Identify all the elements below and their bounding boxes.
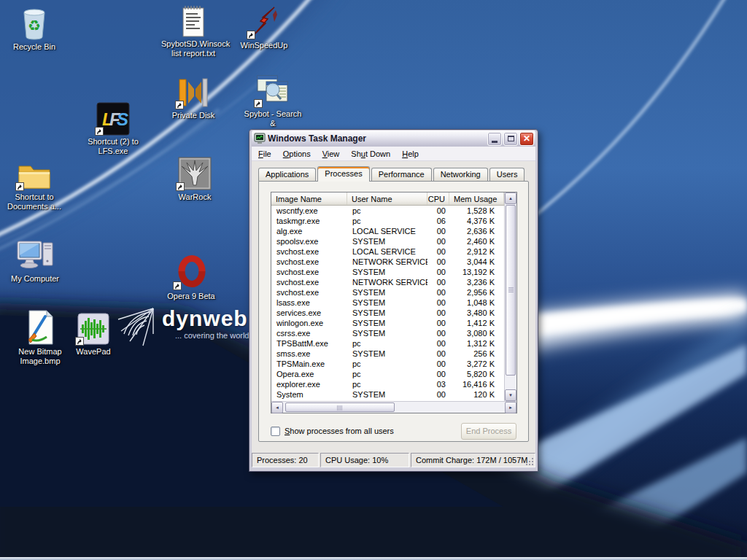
taskbar-edge[interactable] [0,557,747,560]
cell-user: SYSTEM [347,298,427,307]
shortcut-arrow-icon [95,127,104,136]
scroll-left-icon[interactable]: ◄ [271,402,283,413]
minimize-button[interactable] [487,132,502,146]
maximize-button[interactable] [503,132,518,146]
lightning-icon [248,4,280,39]
process-row[interactable]: TPSMain.exepc003,272 K [271,359,504,369]
status-cpu-usage: CPU Usage: 10% [320,453,409,467]
column-header-cpu[interactable]: CPU [427,192,449,205]
process-row[interactable]: svchost.exeSYSTEM0013,192 K [271,267,504,277]
menu-item-file[interactable]: File [252,147,277,160]
process-row[interactable]: svchost.exeLOCAL SERVICE002,912 K [271,246,504,257]
desktop-icon-opera[interactable]: Opera 9 Beta [159,255,223,301]
brand-tagline: ... covering the world [175,331,249,340]
column-header-image-name[interactable]: Image Name [271,192,347,205]
cell-mem: 2,460 K [449,237,504,246]
shortcut-arrow-icon [173,281,182,290]
maximize-icon [508,136,514,141]
column-header-user-name[interactable]: User Name [347,192,427,205]
tab-networking[interactable]: Networking [433,168,488,181]
process-row[interactable]: taskmgr.exepc064,376 K [271,216,504,226]
cell-mem: 5,820 K [449,370,504,378]
opera-o-icon [174,255,208,290]
cell-image: csrss.exe [271,329,347,338]
process-row[interactable]: wscntfy.exepc001,528 K [271,206,504,216]
process-row[interactable]: services.exeSYSTEM003,480 K [271,308,504,318]
horizontal-scroll-track[interactable] [395,402,505,413]
vertical-scroll-track[interactable] [505,376,516,389]
resize-grip[interactable] [525,456,534,466]
process-row[interactable]: TPSBattM.exepc001,312 K [271,338,504,349]
desktop-icon-lfs-shortcut[interactable]: L F S Shortcut (2) to LFS.exe [81,101,145,156]
shortcut-arrow-icon [15,182,24,191]
desktop-icon-private-disk[interactable]: Private Disk [161,74,225,120]
process-row[interactable]: alg.exeLOCAL SERVICE002,636 K [271,226,504,236]
process-row[interactable]: lsass.exeSYSTEM001,048 K [271,298,504,308]
list-header: Image Name User Name CPU Mem Usage [271,192,504,206]
cell-mem: 3,044 K [449,257,504,266]
shortcut-arrow-icon [247,31,255,39]
process-row[interactable]: smss.exeSYSTEM00256 K [271,349,504,359]
cell-user: pc [347,370,427,378]
cell-image: svchost.exe [271,257,347,266]
wavepad-waveform-icon [77,311,110,346]
cell-mem: 2,912 K [449,247,504,256]
process-row[interactable]: spoolsv.exeSYSTEM002,460 K [271,236,504,246]
wallpaper-brand: dynweb ... covering the world [117,305,249,347]
tab-performance[interactable]: Performance [371,168,432,181]
desktop-icon-winspeedup[interactable]: WinSpeedUp [232,4,296,50]
scroll-up-icon[interactable]: ▲ [505,192,516,204]
cell-image: System [271,390,347,399]
tab-processes[interactable]: Processes [317,166,369,182]
cell-user: SYSTEM [347,237,427,246]
recycle-bin-icon: ♻ [19,6,50,41]
process-row[interactable]: Opera.exepc005,820 K [271,369,504,379]
desktop-icon-spybot[interactable]: Spybot - Search & [241,73,305,128]
desktop-icon-recycle-bin[interactable]: ♻ Recycle Bin [2,6,66,52]
tab-users[interactable]: Users [489,168,525,181]
cell-mem: 3,080 K [449,329,504,338]
cell-cpu: 00 [427,278,449,287]
scroll-down-icon[interactable]: ▼ [505,389,516,401]
cell-user: pc [347,359,427,368]
task-manager-window: Windows Task Manager ✕ FileOptionsViewSh… [249,129,538,472]
cell-mem: 2,636 K [449,227,504,236]
vertical-scrollbar[interactable]: ▲ ▼ [504,192,516,401]
tab-applications[interactable]: Applications [258,168,316,181]
cell-image: winlogon.exe [271,319,347,327]
process-row[interactable]: csrss.exeSYSTEM003,080 K [271,328,504,338]
horizontal-scroll-thumb[interactable] [285,402,395,412]
process-row[interactable]: svchost.exeSYSTEM002,956 K [271,287,504,298]
end-process-button[interactable]: End Process [461,423,516,440]
show-all-users-checkbox[interactable] [271,427,280,436]
menu-item-help[interactable]: Help [396,147,425,160]
desktop-icon-wavepad[interactable]: WavePad [61,311,125,357]
desktop-icon-warrock[interactable]: WarRock [163,156,227,202]
menu-item-view[interactable]: View [317,147,346,160]
menu-item-shut-down[interactable]: Shut Down [345,147,396,160]
title-bar[interactable]: Windows Task Manager ✕ [252,131,535,147]
desktop-icon-my-computer[interactable]: My Computer [3,238,67,284]
process-row[interactable]: winlogon.exeSYSTEM001,412 K [271,318,504,328]
cell-image: lsass.exe [271,298,347,307]
close-button[interactable]: ✕ [519,132,534,146]
process-row[interactable]: explorer.exepc0316,416 K [271,379,504,389]
cell-cpu: 00 [427,237,449,246]
process-row[interactable]: svchost.exeNETWORK SERVICE003,044 K [271,257,504,267]
horizontal-scrollbar[interactable]: ◄ ► [271,401,516,413]
menu-item-options[interactable]: Options [277,147,317,160]
cell-image: services.exe [271,308,347,317]
process-row[interactable]: SystemSYSTEM00120 K [271,389,504,400]
tab-strip: ApplicationsProcessesPerformanceNetworki… [252,161,535,181]
column-header-mem-usage[interactable]: Mem Usage [449,192,504,205]
desktop-icon-spybot-report[interactable]: SpybotSD.Winsock list report.txt [161,3,225,58]
desktop-icon-documents-shortcut[interactable]: Shortcut to Documents a... [2,156,66,211]
cell-image: TPSMain.exe [271,359,347,368]
spybot-window-icon [255,73,290,108]
cell-mem: 3,236 K [449,278,504,287]
scroll-right-icon[interactable]: ► [505,402,516,413]
cell-cpu: 00 [427,206,449,215]
process-row[interactable]: svchost.exeNETWORK SERVICE003,236 K [271,277,504,287]
cell-user: SYSTEM [347,329,427,338]
vertical-scroll-thumb[interactable] [506,205,516,376]
